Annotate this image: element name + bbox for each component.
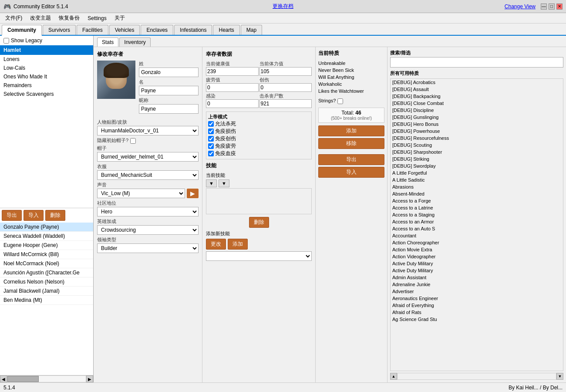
trait-afraid-rats[interactable]: Afraid of Rats [391, 309, 563, 316]
stamina-input[interactable] [259, 67, 312, 76]
skill-prev-btn[interactable]: ▼ [206, 179, 217, 187]
traits-scroll-down[interactable]: ▼ [556, 373, 563, 380]
trait-adrenaline[interactable]: Adrenaline Junkie [391, 281, 563, 288]
tab-map[interactable]: Map [241, 25, 262, 35]
remove-trait-btn[interactable]: 移除 [318, 138, 384, 149]
portrait-select[interactable]: HumanMaleDoctor_v_01 [97, 126, 199, 135]
hero-bonus-select[interactable]: Crowdsourcing [97, 225, 199, 235]
show-legacy-checkbox[interactable] [3, 38, 9, 44]
surname-input[interactable] [139, 68, 199, 77]
trait-debug-close[interactable]: [DEBUG] Close Combat [391, 100, 563, 107]
trait-debug-gunslinging[interactable]: [DEBUG] Gunslinging [391, 114, 563, 121]
maximize-btn[interactable]: □ [549, 3, 555, 10]
traits-import-btn[interactable]: 导入 [318, 167, 384, 178]
location-loners[interactable]: Loners [0, 55, 93, 64]
trait-active-duty-2[interactable]: Active Duty Military [391, 267, 563, 274]
char-noel[interactable]: Noel McCormack (Noel) [0, 259, 93, 268]
trait-unbreakable[interactable]: Unbreakable [318, 60, 384, 67]
hat-select[interactable]: Burned_welder_helmet_01 [97, 152, 199, 162]
char-gonzalo[interactable]: Gonzalo Payne (Payne) [0, 223, 93, 232]
sub-tab-stats[interactable]: Stats [97, 37, 118, 47]
tab-community[interactable]: Community [2, 25, 42, 36]
trait-debug-acrobatics[interactable]: [DEBUG] Acrobatics [391, 79, 563, 86]
location-remainders[interactable]: Remainders [0, 81, 93, 90]
import-btn[interactable]: 导入 [24, 210, 44, 221]
tab-facilities[interactable]: Facilities [77, 25, 108, 35]
delete-btn[interactable]: 删除 [45, 210, 65, 221]
scroll-track[interactable] [7, 375, 86, 382]
skill-next-btn[interactable]: ▼ [219, 179, 229, 187]
add-trait-btn[interactable]: 添加 [318, 125, 384, 136]
trait-never-sick[interactable]: Never Been Sick [318, 67, 384, 74]
traits-export-btn[interactable]: 导出 [318, 154, 384, 165]
traits-scroll-up[interactable]: ▲ [390, 373, 397, 380]
location-ones-who[interactable]: Ones Who Made It [0, 72, 93, 81]
tab-survivors[interactable]: Survivors [43, 25, 76, 35]
menu-settings[interactable]: Settings [84, 14, 110, 22]
trait-watchtower[interactable]: Likes the Watchtower [318, 88, 384, 95]
trait-a-little-sadistic[interactable]: A Little Sadistic [391, 176, 563, 183]
trait-access-auto[interactable]: Access to an Auto S [391, 225, 563, 232]
trait-access-forge[interactable]: Access to a Forge [391, 197, 563, 204]
sub-tab-inventory[interactable]: Inventory [119, 37, 150, 47]
trait-action-video[interactable]: Action Videographer [391, 253, 563, 260]
menu-about[interactable]: 关于 [111, 14, 128, 23]
char-seneca[interactable]: Seneca Waddell (Waddell) [0, 232, 93, 241]
trait-access-latrine[interactable]: Access to a Latrine [391, 204, 563, 211]
nickname-input[interactable] [139, 104, 199, 114]
no-injury-cb[interactable] [208, 128, 214, 134]
location-hamlet[interactable]: Hamlet [0, 45, 93, 55]
char-asuncion[interactable]: Asunción Agustín ([Character.Ge [0, 268, 93, 277]
trait-afraid-everything[interactable]: Afraid of Everything [391, 302, 563, 309]
trait-debug-discipline[interactable]: [DEBUG] Discipline [391, 107, 563, 114]
trait-debug-hero[interactable]: [DEBUG] Hero Bonus [391, 121, 563, 128]
trait-debug-powerhouse[interactable]: [DEBUG] Powerhouse [391, 128, 563, 135]
char-cornelius[interactable]: Cornelius Nelson (Nelson) [0, 277, 93, 287]
trait-access-staging[interactable]: Access to a Staging [391, 211, 563, 218]
export-btn[interactable]: 导出 [2, 210, 22, 221]
tab-infestations[interactable]: Infestations [174, 25, 212, 35]
char-ben[interactable]: Ben Medina (Mt) [0, 296, 93, 305]
trait-debug-swordplay[interactable]: [DEBUG] Swordplay [391, 162, 563, 169]
trait-debug-assault[interactable]: [DEBUG] Assault [391, 86, 563, 93]
trait-action-choreo[interactable]: Action Choreographer [391, 239, 563, 246]
tab-vehicles[interactable]: Vehicles [109, 25, 140, 35]
voice-select[interactable]: Vic_Low (M) [97, 189, 185, 198]
trait-a-little-forgetful[interactable]: A Little Forgetful [391, 169, 563, 176]
trait-debug-striking[interactable]: [DEBUG] Striking [391, 155, 563, 162]
clothes-select[interactable]: Burned_MechanicSuit [97, 170, 199, 180]
trait-active-duty-1[interactable]: Active Duty Military [391, 260, 563, 267]
trait-aeronautics[interactable]: Aeronautics Engineer [391, 295, 563, 302]
no-kill-cb[interactable] [208, 121, 214, 127]
trait-workaholic[interactable]: Workaholic [318, 81, 384, 88]
community-select[interactable]: Hero [97, 207, 199, 216]
no-wounds-cb[interactable] [208, 136, 214, 142]
hide-hat-checkbox[interactable] [130, 138, 136, 144]
char-willard[interactable]: Willard McCormick (Bill) [0, 250, 93, 259]
scroll-left-btn[interactable]: ◀ [0, 375, 7, 382]
no-infection-cb[interactable] [208, 151, 214, 156]
search-input[interactable] [390, 57, 563, 68]
injury-input[interactable] [259, 83, 312, 92]
trait-admin-assistant[interactable]: Admin Assistant [391, 274, 563, 281]
trait-eat-anything[interactable]: Will Eat Anything [318, 74, 384, 81]
trait-debug-backpacking[interactable]: [DEBUG] Backpacking [391, 93, 563, 100]
trait-action-movie[interactable]: Action Movie Extra [391, 246, 563, 253]
trait-ag-science[interactable]: Ag Science Grad Stu [391, 316, 563, 323]
char-jamal[interactable]: Jamal Blackwell (Jamal) [0, 287, 93, 296]
trait-access-armor[interactable]: Access to an Armor [391, 218, 563, 225]
location-low-cals[interactable]: Low-Cals [0, 64, 93, 72]
tab-hearts[interactable]: Hearts [213, 25, 239, 35]
strings-checkbox[interactable] [337, 98, 343, 104]
change-view-btn[interactable]: Change View [505, 3, 536, 10]
save-btn[interactable]: 更换存档 [273, 3, 293, 10]
infection-input[interactable] [206, 99, 259, 108]
traits-scroll-track[interactable] [397, 373, 556, 380]
menu-file[interactable]: 文件(F) [2, 14, 26, 23]
add-skill-btn[interactable]: 添加 [228, 239, 248, 250]
menu-restore[interactable]: 恢复备份 [55, 14, 83, 23]
trait-debug-resourcefulness[interactable]: [DEBUG] Resourcefulness [391, 135, 563, 142]
trait-advertiser[interactable]: Advertiser [391, 288, 563, 295]
menu-theme[interactable]: 改变主题 [27, 14, 54, 23]
change-skill-btn[interactable]: 更改 [206, 239, 226, 250]
